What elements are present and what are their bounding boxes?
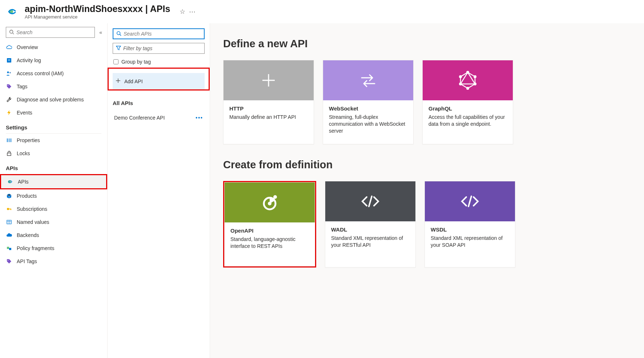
box-icon	[6, 193, 12, 199]
nav-apis-item-subscriptions[interactable]: Subscriptions	[0, 202, 107, 216]
favorite-icon[interactable]: ☆	[180, 8, 185, 16]
card-websocket[interactable]: WebSocketStreaming, full-duplex communic…	[323, 60, 414, 144]
wrench-icon	[6, 96, 12, 103]
card-description: Standard XML representation of your REST…	[331, 235, 410, 249]
api-list-panel: Filter by tags Group by tag Add API All …	[108, 23, 210, 358]
nav-label: Diagnose and solve problems	[17, 97, 84, 102]
svg-rect-3	[7, 58, 11, 63]
nav-label: Policy fragments	[17, 245, 54, 251]
search-icon	[9, 29, 14, 36]
nav-label: Properties	[17, 137, 40, 143]
card-title: WADL	[331, 226, 410, 233]
svg-point-36	[459, 75, 462, 78]
svg-point-7	[9, 72, 11, 73]
key-icon	[6, 206, 12, 212]
add-api-button[interactable]: Add API	[113, 73, 205, 89]
svg-rect-16	[11, 209, 11, 210]
nav-item-tags[interactable]: Tags	[0, 80, 107, 93]
svg-line-24	[120, 34, 121, 36]
all-apis-heading[interactable]: All APIs	[113, 98, 205, 108]
nav-apis-item-backends[interactable]: Backends	[0, 229, 107, 242]
card-description: Access the full capabilities of your dat…	[428, 114, 507, 128]
card-icon-area	[423, 60, 513, 100]
card-openapi[interactable]: OpenAPIStandard, language-agnostic inter…	[224, 182, 315, 266]
nav-apis-item-api-tags[interactable]: API Tags	[0, 255, 107, 268]
card-wadl[interactable]: WADLStandard XML representation of your …	[325, 181, 416, 268]
card-http[interactable]: HTTPManually define an HTTP API	[223, 60, 314, 144]
create-from-definition-heading: Create from definition	[223, 159, 631, 171]
svg-point-22	[8, 260, 8, 261]
group-by-tag-label: Group by tag	[121, 59, 151, 65]
nav-label: Overview	[17, 44, 38, 50]
cloud-icon	[6, 44, 12, 51]
nav-label: API Tags	[17, 258, 37, 264]
svg-rect-12	[7, 153, 11, 156]
card-title: HTTP	[229, 105, 308, 112]
svg-point-6	[7, 72, 9, 73]
nav-item-diagnose-and-solve-problems[interactable]: Diagnose and solve problems	[0, 93, 107, 106]
nav-apis-item-products[interactable]: Products	[0, 189, 107, 202]
nav-apis-item-named-values[interactable]: Named values	[0, 216, 107, 229]
nav-apis-item-apis[interactable]: APIs	[0, 174, 107, 189]
sidebar-search[interactable]	[6, 27, 95, 38]
search-icon	[116, 31, 121, 37]
left-nav: « OverviewActivity logAccess control (IA…	[0, 23, 108, 358]
plus-icon	[116, 78, 121, 84]
card-title: GraphQL	[428, 105, 507, 112]
people-icon	[6, 70, 12, 77]
service-icon	[7, 5, 20, 18]
group-by-tag-checkbox[interactable]	[113, 59, 118, 64]
nav-settings-item-locks[interactable]: Locks	[0, 147, 107, 160]
filter-by-tags[interactable]: Filter by tags	[113, 43, 205, 54]
lock-icon	[6, 150, 12, 157]
svg-point-8	[8, 85, 8, 86]
card-title: OpenAPI	[230, 228, 309, 234]
api-search-input[interactable]	[124, 31, 201, 37]
nav-label: Products	[17, 193, 37, 199]
apis-section-title: APIs	[0, 160, 107, 174]
api-search[interactable]	[113, 28, 205, 39]
svg-rect-20	[7, 247, 9, 249]
table-icon	[6, 219, 12, 225]
cloudfill-icon	[6, 232, 12, 238]
nav-item-access-control-iam-[interactable]: Access control (IAM)	[0, 67, 107, 80]
add-api-label: Add API	[124, 79, 143, 84]
nav-item-events[interactable]: Events	[0, 106, 107, 119]
svg-point-40	[273, 195, 277, 199]
card-icon-area	[225, 182, 315, 222]
card-description: Manually define an HTTP API	[229, 114, 308, 121]
card-title: WebSocket	[329, 105, 407, 112]
tag-icon	[6, 83, 12, 90]
nav-item-overview[interactable]: Overview	[0, 41, 107, 54]
api-list-item[interactable]: Demo Conference API•••	[113, 110, 205, 126]
nav-item-activity-log[interactable]: Activity log	[0, 54, 107, 67]
more-icon[interactable]: ⋯	[189, 8, 196, 16]
log-icon	[6, 57, 12, 64]
nav-label: Named values	[17, 219, 49, 225]
nav-label: APIs	[18, 179, 29, 185]
nav-apis-item-policy-fragments[interactable]: Policy fragments	[0, 242, 107, 255]
nav-label: Events	[17, 110, 32, 116]
svg-line-2	[13, 33, 14, 34]
filter-icon	[116, 45, 121, 52]
svg-point-31	[466, 71, 469, 74]
svg-point-23	[117, 31, 120, 35]
card-graphql[interactable]: GraphQLAccess the full capabilities of y…	[422, 60, 513, 144]
card-description: Standard XML representation of your SOAP…	[431, 235, 509, 249]
svg-point-1	[10, 30, 13, 33]
svg-marker-30	[460, 72, 475, 84]
page-subtitle: API Management service	[25, 14, 170, 20]
card-icon-area	[325, 181, 415, 221]
api-item-more-icon[interactable]: •••	[196, 115, 203, 121]
sidebar-search-input[interactable]	[16, 29, 92, 35]
svg-point-35	[459, 83, 462, 85]
page-header: apim-NorthWindShoesxxxx | APIs API Manag…	[0, 0, 644, 23]
nav-settings-item-properties[interactable]: Properties	[0, 134, 107, 147]
define-new-api-heading: Define a new API	[223, 38, 631, 50]
group-by-tag[interactable]: Group by tag	[113, 58, 205, 65]
card-wsdl[interactable]: WSDLStandard XML representation of your …	[424, 181, 515, 268]
card-description: Standard, language-agnostic interface to…	[230, 236, 309, 250]
svg-point-34	[466, 87, 469, 90]
collapse-icon[interactable]: «	[98, 28, 104, 37]
api-icon	[7, 178, 13, 185]
